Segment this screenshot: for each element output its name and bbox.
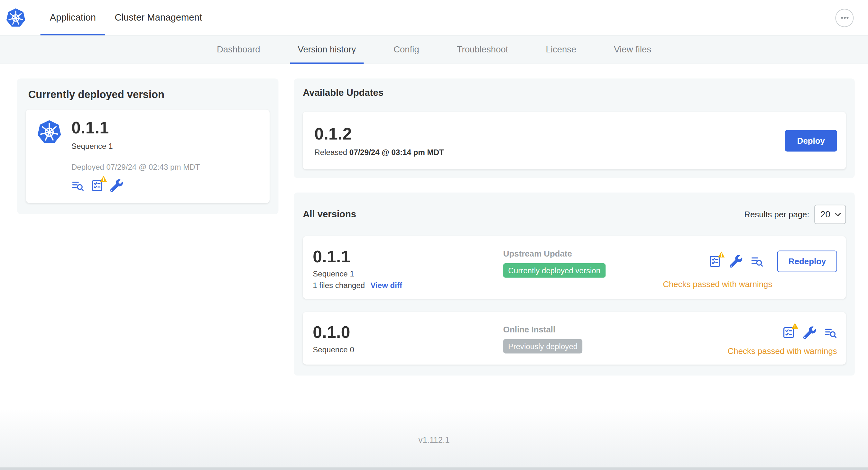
warning-triangle-icon [791,323,799,330]
subnav-dashboard[interactable]: Dashboard [209,36,268,64]
deploy-button[interactable]: Deploy [785,130,837,152]
available-update-card: 0.1.2 Released 07/29/24 @ 03:14 pm MDT D… [303,112,846,169]
row-version-number: 0.1.0 [313,323,503,342]
currently-deployed-panel: Currently deployed version 0.1.1 Sequenc… [17,78,278,214]
all-versions-panel: All versions Results per page: 20 [294,193,855,376]
main-content: Currently deployed version 0.1.1 Sequenc… [0,64,868,376]
version-row: 0.1.0 Sequence 0 Online Install Previous… [303,312,846,364]
update-released-timestamp: Released 07/29/24 @ 03:14 pm MDT [314,147,444,157]
current-version-actions [71,179,200,192]
update-version-number: 0.1.2 [314,125,444,143]
version-row-right: Redeploy Checks passed with warnings [663,247,837,290]
preflight-status-text: Checks passed with warnings [728,346,837,356]
row-sequence: Sequence 0 [313,345,503,354]
released-prefix: Released [314,147,347,157]
warning-triangle-icon [718,251,725,258]
view-diff-link[interactable]: View diff [370,281,402,290]
row-actions [782,326,837,339]
results-per-page: Results per page: 20 [744,205,846,224]
right-column: Available Updates 0.1.2 Released 07/29/2… [294,78,855,375]
app-subnav: Dashboard Version history Config Trouble… [0,35,868,64]
bottom-strip [0,467,868,470]
subnav-version-history[interactable]: Version history [290,36,364,64]
deployed-status-badge: Previously deployed [503,339,583,354]
row-sequence: Sequence 1 [313,269,503,278]
version-row-left: 0.1.1 Sequence 1 1 files changedView dif… [313,247,503,290]
row-version-number: 0.1.1 [313,247,503,266]
row-files-changed: 1 files changedView diff [313,281,503,290]
tab-application[interactable]: Application [40,0,105,35]
currently-deployed-card: 0.1.1 Sequence 1 Deployed 07/29/24 @ 02:… [26,110,270,203]
edit-config-icon[interactable] [803,326,816,339]
version-row-middle: Upstream Update Currently deployed versi… [503,247,663,290]
deploy-logs-icon[interactable] [71,179,84,192]
update-info: 0.1.2 Released 07/29/24 @ 03:14 pm MDT [314,125,444,157]
version-row: 0.1.1 Sequence 1 1 files changedView dif… [303,236,846,299]
preflight-checks-icon[interactable] [91,179,103,192]
edit-config-icon[interactable] [730,255,743,268]
top-tabs: Application Cluster Management [40,0,212,35]
preflight-checks-icon[interactable] [782,326,795,339]
subnav-license[interactable]: License [538,36,584,64]
redeploy-button[interactable]: Redeploy [778,250,837,272]
kubernetes-logo [5,7,26,28]
subnav-view-files[interactable]: View files [606,36,659,64]
version-row-right: Checks passed with warnings [728,323,837,356]
currently-deployed-title: Currently deployed version [28,89,270,101]
page-footer: v1.112.1 [0,408,868,470]
kubernetes-logo [37,120,62,145]
chevron-down-icon [835,212,841,217]
current-version-number: 0.1.1 [71,118,200,137]
deploy-logs-icon[interactable] [824,326,837,339]
warning-triangle-icon [100,175,107,182]
results-per-page-value: 20 [820,209,830,219]
row-actions: Redeploy [709,250,837,272]
current-version-sequence: Sequence 1 [71,141,200,150]
tab-cluster-management[interactable]: Cluster Management [105,0,211,35]
console-version-label: v1.112.1 [418,435,450,444]
deployed-status-badge: Currently deployed version [503,263,606,278]
all-versions-header: All versions Results per page: 20 [303,201,846,224]
edit-config-icon[interactable] [110,179,123,192]
version-rows: 0.1.1 Sequence 1 1 files changedView dif… [303,236,846,365]
top-bar: Application Cluster Management [0,0,868,35]
version-row-middle: Online Install Previously deployed [503,323,728,356]
row-source-label: Upstream Update [503,249,663,258]
row-source-label: Online Install [503,325,728,334]
available-updates-title: Available Updates [303,88,846,98]
more-menu-button[interactable] [836,9,854,27]
released-date: 07/29/24 @ 03:14 pm MDT [349,147,444,157]
deploy-logs-icon[interactable] [751,255,764,268]
current-version-info: 0.1.1 Sequence 1 Deployed 07/29/24 @ 02:… [71,118,200,192]
subnav-troubleshoot[interactable]: Troubleshoot [449,36,516,64]
preflight-status-text: Checks passed with warnings [663,279,772,289]
app-root: Application Cluster Management Dashboard… [0,0,868,470]
results-per-page-select[interactable]: 20 [814,205,846,224]
subnav-config[interactable]: Config [386,36,427,64]
version-row-left: 0.1.0 Sequence 0 [313,323,503,356]
preflight-checks-icon[interactable] [709,255,722,268]
current-version-deployed-timestamp: Deployed 07/29/24 @ 02:43 pm MDT [71,163,200,172]
available-updates-panel: Available Updates 0.1.2 Released 07/29/2… [294,78,855,178]
ellipsis-icon [838,11,851,24]
results-per-page-label: Results per page: [744,210,809,219]
files-changed-label: 1 files changed [313,281,365,290]
all-versions-title: All versions [303,209,356,220]
